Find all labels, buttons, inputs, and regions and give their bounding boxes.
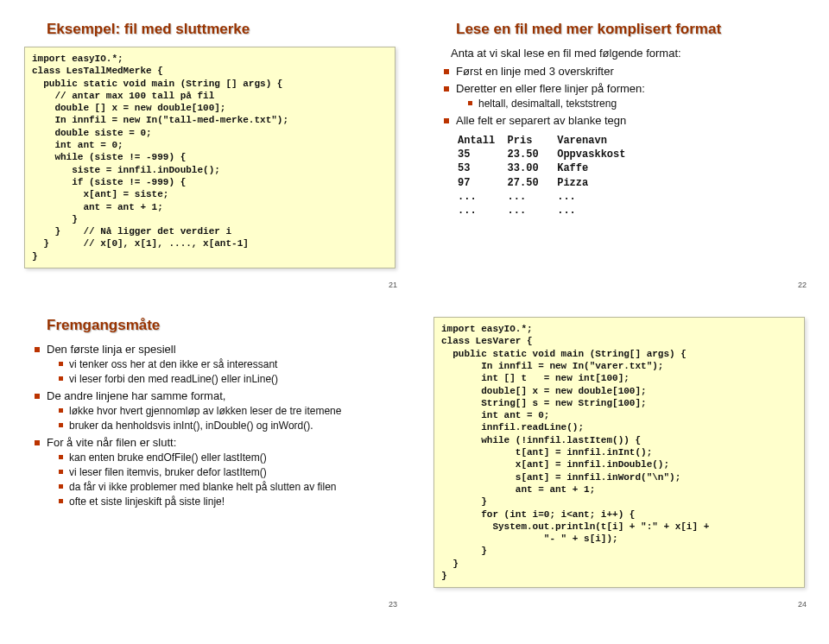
bullet-list: Den første linja er spesiell vi tenker o… [22, 343, 397, 508]
sub-bullet-item: ofte et siste linjeskift på siste linje! [59, 496, 392, 508]
code-block: import easyIO.*; class LesVarer { public… [433, 317, 805, 588]
code-block: import easyIO.*; class LesTallMedMerke {… [24, 47, 396, 268]
bullet-text: Alle felt er separert av blanke tegn [456, 114, 626, 127]
data-table: Antall Pris Varenavn 35 23.50 Oppvaskkos… [458, 134, 807, 218]
bullet-text: For å vite når filen er slutt: [47, 436, 176, 449]
slide-24: import easyIO.*; class LesVarer { public… [423, 308, 815, 610]
sub-bullet-item: da får vi ikke problemer med blanke helt… [59, 481, 392, 493]
slide-21: Eksempel: fil med sluttmerke import easy… [14, 12, 406, 291]
sub-bullet-item: bruker da henholdsvis inInt(), inDouble(… [59, 420, 392, 432]
sub-bullet-list: kan enten bruke endOfFile() eller lastIt… [47, 451, 392, 508]
bullet-text: Den første linja er spesiell [47, 343, 176, 356]
sub-bullet-list: vi tenker oss her at den ikke er så inte… [47, 358, 392, 385]
slide-title: Lese en fil med mer komplisert format [456, 21, 807, 38]
slide-22: Lese en fil med mer komplisert format An… [423, 12, 815, 291]
bullet-item: Den første linja er spesiell vi tenker o… [35, 343, 392, 385]
page-number: 21 [389, 281, 397, 289]
bullet-item: Først en linje med 3 overskrifter [444, 65, 801, 78]
page-number: 22 [798, 281, 807, 289]
slide-23: Fremgangsmåte Den første linja er spesie… [14, 308, 406, 610]
slide-grid: Eksempel: fil med sluttmerke import easy… [0, 0, 829, 622]
bullet-text: Først en linje med 3 overskrifter [456, 65, 614, 78]
intro-text: Anta at vi skal lese en fil med følgende… [451, 47, 801, 60]
sub-bullet-item: vi tenker oss her at den ikke er så inte… [59, 358, 392, 370]
bullet-text: De andre linjene har samme format, [47, 389, 225, 402]
bullet-item: Deretter en eller flere linjer på formen… [444, 82, 801, 110]
sub-bullet-list: heltall, desimaltall, tekststreng [456, 98, 801, 110]
bullet-item: Alle felt er separert av blanke tegn [444, 114, 801, 127]
sub-bullet-item: vi leser forbi den med readLine() eller … [59, 373, 392, 385]
bullet-list: Først en linje med 3 overskrifter Derett… [432, 65, 807, 127]
sub-bullet-list: løkke hvor hvert gjennomløp av løkken le… [47, 405, 392, 432]
sub-bullet-item: løkke hvor hvert gjennomløp av løkken le… [59, 405, 392, 417]
sub-bullet-item: kan enten bruke endOfFile() eller lastIt… [59, 451, 392, 464]
bullet-text: Deretter en eller flere linjer på formen… [456, 82, 645, 95]
slide-title: Fremgangsmåte [47, 317, 397, 334]
sub-bullet-item: heltall, desimaltall, tekststreng [468, 98, 801, 110]
page-number: 23 [389, 600, 397, 609]
bullet-item: For å vite når filen er slutt: kan enten… [35, 436, 392, 508]
slide-title: Eksempel: fil med sluttmerke [47, 21, 397, 38]
bullet-item: De andre linjene har samme format, løkke… [35, 389, 392, 432]
sub-bullet-item: vi leser filen itemvis, bruker defor las… [59, 466, 392, 478]
page-number: 24 [798, 600, 807, 609]
